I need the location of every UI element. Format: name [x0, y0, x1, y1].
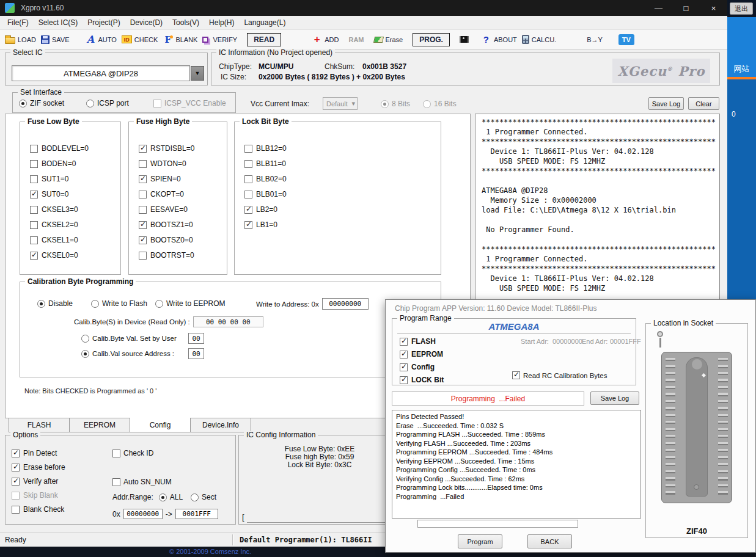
checkbox[interactable]: [12, 464, 20, 471]
checkbox[interactable]: [12, 506, 20, 514]
site-tab[interactable]: 网站: [727, 62, 756, 79]
menu-item[interactable]: Device(D): [125, 18, 167, 27]
checkbox[interactable]: [112, 478, 120, 486]
user-calibration-input[interactable]: [188, 333, 204, 344]
fuse-low-option[interactable]: BODLEVEL=0: [30, 144, 120, 153]
fuse-low-option[interactable]: SUT0=0: [30, 190, 120, 198]
checkbox[interactable]: [12, 492, 20, 500]
ic-dropdown-button[interactable]: [191, 66, 204, 81]
radio[interactable]: [81, 350, 89, 358]
checkbox[interactable]: [244, 175, 252, 183]
menu-item[interactable]: File(F): [2, 18, 34, 27]
checkbox[interactable]: [512, 371, 520, 379]
menu-item[interactable]: Select IC(S): [34, 18, 83, 27]
toolbar-button[interactable]: ABOUT: [481, 35, 517, 45]
toolbar-button[interactable]: BLANK: [163, 35, 197, 45]
checkbox[interactable]: [139, 221, 147, 229]
fuse-low-option[interactable]: CKSEL0=0: [30, 251, 120, 260]
maximize-button[interactable]: □: [672, 0, 700, 16]
fuse-high-option[interactable]: SPIEN=0: [139, 175, 227, 183]
close-button[interactable]: ×: [700, 0, 727, 16]
fuse-low-option[interactable]: CKSEL1=0: [30, 236, 120, 244]
back-button[interactable]: BACK: [527, 534, 572, 548]
radio[interactable]: [37, 300, 45, 308]
toolbar-button[interactable]: TV: [618, 34, 634, 45]
range-end-input[interactable]: [175, 509, 218, 519]
checkbox[interactable]: [153, 100, 161, 107]
save-log-button[interactable]: Save Log: [648, 97, 684, 110]
checkbox[interactable]: [30, 160, 38, 168]
toolbar-button[interactable]: VERIFY: [202, 36, 237, 43]
lock-bit-option[interactable]: LB1=0: [244, 220, 441, 229]
dialog-log[interactable]: Pins Detected Passed! Erase ...Succeeded…: [392, 410, 641, 519]
tab[interactable]: Device.Info: [190, 418, 251, 432]
toolbar-button[interactable]: PROG.: [413, 33, 450, 46]
menu-item[interactable]: Tools(V): [167, 18, 204, 27]
lock-bit-option[interactable]: BLB12=0: [244, 144, 441, 153]
checkbox[interactable]: [400, 363, 408, 371]
range-start-input[interactable]: [123, 509, 163, 519]
user-calibration-radio-row[interactable]: Calib.Byte Val. Set by User: [81, 333, 204, 344]
calibration-disable-radio[interactable]: Disable: [37, 299, 73, 308]
checkbox[interactable]: [139, 236, 147, 244]
checkbox[interactable]: [400, 376, 408, 384]
fuse-low-option[interactable]: CKSEL3=0: [30, 205, 120, 214]
toolbar-button[interactable]: CALCU.: [522, 35, 556, 44]
menu-item[interactable]: Project(P): [83, 18, 125, 27]
checkbox[interactable]: [244, 221, 252, 229]
8-bits-radio[interactable]: 8 Bits: [381, 100, 410, 108]
checkbox[interactable]: [244, 145, 252, 153]
zif-socket-radio[interactable]: ZIF socket: [19, 99, 64, 107]
checkbox[interactable]: [244, 191, 252, 198]
radio[interactable]: [381, 100, 389, 108]
tab[interactable]: Config: [130, 418, 191, 432]
checkbox[interactable]: [400, 351, 408, 359]
vcc-current-select[interactable]: Default: [323, 97, 358, 110]
clear-button[interactable]: Clear: [688, 97, 719, 110]
exit-button[interactable]: 退出: [730, 2, 753, 15]
toolbar-button[interactable]: AUTO: [86, 35, 117, 45]
checkbox[interactable]: [400, 338, 408, 346]
program-range-option[interactable]: EEPROM: [400, 350, 636, 359]
toolbar-button[interactable]: READ: [247, 33, 281, 46]
toolbar-button[interactable]: B→Y: [587, 36, 603, 43]
lock-bit-option[interactable]: BLB01=0: [244, 190, 441, 198]
checkbox[interactable]: [139, 191, 147, 198]
icsp-vcc-checkbox[interactable]: ICSP_VCC Enable: [153, 99, 226, 107]
checkbox[interactable]: [30, 191, 38, 198]
checkbox[interactable]: [244, 160, 252, 168]
selected-ic-display[interactable]: ATMEGA8A @DIP28: [12, 65, 190, 81]
read-rc-checkbox[interactable]: Read RC Calibration Bytes: [512, 371, 607, 379]
toolbar-button[interactable]: Erase: [374, 36, 403, 43]
write-address-input[interactable]: [322, 298, 369, 310]
fuse-high-option[interactable]: WDTON=0: [139, 159, 227, 168]
program-button[interactable]: Program: [458, 534, 502, 548]
checkbox[interactable]: [12, 478, 20, 486]
fuse-high-option[interactable]: BOOTRST=0: [139, 251, 227, 260]
radio[interactable]: [91, 300, 99, 308]
fuse-high-option[interactable]: CKOPT=0: [139, 190, 227, 198]
fuse-low-option[interactable]: BODEN=0: [30, 159, 120, 168]
checkbox[interactable]: [139, 175, 147, 183]
checkbox[interactable]: [30, 252, 38, 260]
tab[interactable]: EEPROM: [69, 418, 130, 432]
toolbar-button[interactable]: ADD: [312, 35, 339, 45]
radio[interactable]: [19, 100, 27, 107]
icsp-port-radio[interactable]: ICSP port: [86, 99, 129, 107]
lock-bit-option[interactable]: BLB02=0: [244, 175, 441, 183]
checkbox[interactable]: [12, 450, 20, 457]
checkbox[interactable]: [139, 206, 147, 214]
checkbox[interactable]: [139, 252, 147, 260]
fuse-low-option[interactable]: CKSEL2=0: [30, 220, 120, 229]
checkbox[interactable]: [30, 236, 38, 244]
fuse-high-option[interactable]: BOOTSZ1=0: [139, 220, 227, 229]
checkbox[interactable]: [30, 221, 38, 229]
radio[interactable]: [159, 493, 167, 501]
radio[interactable]: [155, 300, 163, 308]
radio[interactable]: [191, 493, 199, 501]
check-id-checkbox[interactable]: Check ID: [112, 449, 153, 457]
radio[interactable]: [423, 100, 431, 108]
toolbar-button[interactable]: [460, 36, 471, 43]
toolbar-button[interactable]: CHECK: [122, 35, 158, 43]
dialog-save-log-button[interactable]: Save Log: [590, 391, 639, 405]
